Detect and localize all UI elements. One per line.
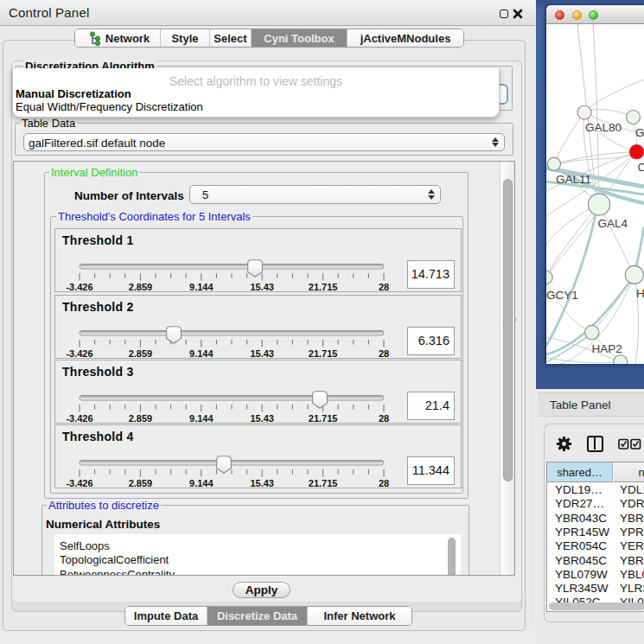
svg-text:15.43: 15.43	[250, 282, 274, 292]
svg-text:9.144: 9.144	[189, 478, 214, 488]
svg-text:-3.426: -3.426	[66, 413, 92, 424]
svg-text:21.715: 21.715	[309, 348, 338, 359]
svg-text:9.144: 9.144	[189, 413, 214, 424]
svg-text:2.859: 2.859	[129, 478, 153, 488]
svg-text:2.859: 2.859	[129, 348, 153, 359]
svg-text:15.43: 15.43	[250, 478, 274, 488]
svg-text:21.715: 21.715	[309, 478, 338, 488]
svg-text:21.715: 21.715	[309, 282, 338, 292]
svg-text:HAP2: HAP2	[592, 342, 622, 355]
svg-text:-3.426: -3.426	[66, 282, 92, 292]
svg-text:H: H	[636, 287, 644, 300]
svg-text:15.43: 15.43	[250, 413, 274, 424]
svg-text:C: C	[638, 161, 644, 174]
svg-text:21.715: 21.715	[309, 413, 338, 424]
svg-text:28: 28	[379, 478, 389, 488]
svg-text:-3.426: -3.426	[66, 478, 92, 488]
svg-text:GAL4: GAL4	[598, 217, 628, 230]
svg-text:28: 28	[379, 282, 389, 292]
svg-text:-3.426: -3.426	[66, 348, 92, 359]
svg-text:GAL11: GAL11	[556, 173, 591, 186]
svg-text:2.859: 2.859	[129, 282, 153, 292]
svg-text:9.144: 9.144	[189, 282, 214, 292]
svg-text:2.859: 2.859	[129, 413, 153, 424]
svg-text:GAL80: GAL80	[585, 121, 622, 134]
svg-text:9.144: 9.144	[189, 348, 214, 359]
svg-text:28: 28	[379, 348, 389, 359]
svg-text:GA: GA	[635, 126, 644, 139]
svg-text:GCY1: GCY1	[546, 289, 578, 302]
svg-text:28: 28	[379, 413, 389, 424]
svg-text:15.43: 15.43	[250, 348, 274, 359]
